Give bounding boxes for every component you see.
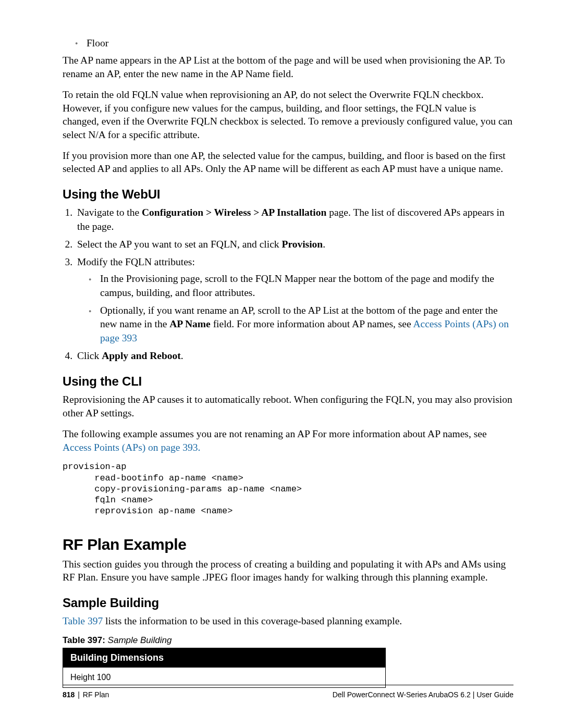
page-number: 818 (63, 690, 75, 699)
body-paragraph: This section guides you through the proc… (63, 558, 513, 584)
body-paragraph: Reprovisioning the AP causes it to autom… (63, 393, 513, 419)
page-footer: 818 | RF Plan Dell PowerConnect W-Series… (63, 685, 513, 699)
bold-text: AP Name (169, 318, 211, 329)
heading-using-cli: Using the CLI (63, 374, 513, 389)
body-paragraph: The following example assumes you are no… (63, 427, 513, 454)
link-table-397[interactable]: Table 397 (63, 615, 103, 626)
heading-sample-building: Sample Building (63, 596, 513, 610)
list-item: Select the AP you want to set an FQLN, a… (75, 238, 513, 251)
bold-text: Configuration > Wireless > AP Installati… (142, 207, 326, 218)
text: lists the information to be used in this… (103, 615, 402, 626)
list-item: Optionally, if you want rename an AP, sc… (89, 304, 513, 345)
document-page: Floor The AP name appears in the AP List… (0, 0, 563, 728)
footer-divider: | (75, 690, 82, 699)
list-item: Floor (75, 36, 513, 50)
body-paragraph: To retain the old FQLN value when reprov… (63, 88, 513, 142)
footer-left: 818 | RF Plan (63, 690, 109, 699)
table-sample-building: Building Dimensions Height 100 (63, 648, 386, 688)
code-block: provision-ap read-bootinfo ap-name <name… (63, 461, 513, 516)
body-paragraph: Table 397 lists the information to be us… (63, 614, 513, 628)
list-item: Navigate to the Configuration > Wireless… (75, 206, 513, 233)
text: Modify the FQLN attributes: (77, 256, 195, 267)
text: . (323, 239, 325, 250)
table-title: Sample Building (105, 635, 172, 645)
text: Select the AP you want to set an FQLN, a… (77, 239, 282, 250)
table-number: Table 397: (63, 635, 105, 645)
text: field. For more information about AP nam… (211, 318, 413, 329)
text: . (181, 350, 183, 361)
footer-section: RF Plan (83, 690, 109, 699)
body-paragraph: If you provision more than one AP, the s… (63, 149, 513, 176)
sub-bullet-list: In the Provisioning page, scroll to the … (77, 272, 513, 345)
text: Navigate to the (77, 207, 142, 218)
text: The following example assumes you are no… (63, 428, 487, 439)
list-item: Modify the FQLN attributes: In the Provi… (75, 255, 513, 345)
table-header: Building Dimensions (63, 648, 386, 668)
bold-text: Apply and Reboot (102, 350, 181, 361)
link-access-points[interactable]: Access Points (APs) on page 393. (63, 442, 200, 453)
top-bullet-list: Floor (63, 36, 513, 50)
list-item: In the Provisioning page, scroll to the … (89, 272, 513, 300)
webui-steps: Navigate to the Configuration > Wireless… (63, 206, 513, 363)
bold-text: Provision (282, 239, 323, 250)
list-item: Click Apply and Reboot. (75, 349, 513, 363)
body-paragraph: The AP name appears in the AP List at th… (63, 54, 513, 80)
table-caption: Table 397: Sample Building (63, 635, 513, 646)
footer-right: Dell PowerConnect W-Series ArubaOS 6.2 |… (333, 690, 513, 699)
text: Click (77, 350, 102, 361)
heading-rf-plan-example: RF Plan Example (63, 536, 513, 553)
heading-using-webui: Using the WebUI (63, 187, 513, 202)
